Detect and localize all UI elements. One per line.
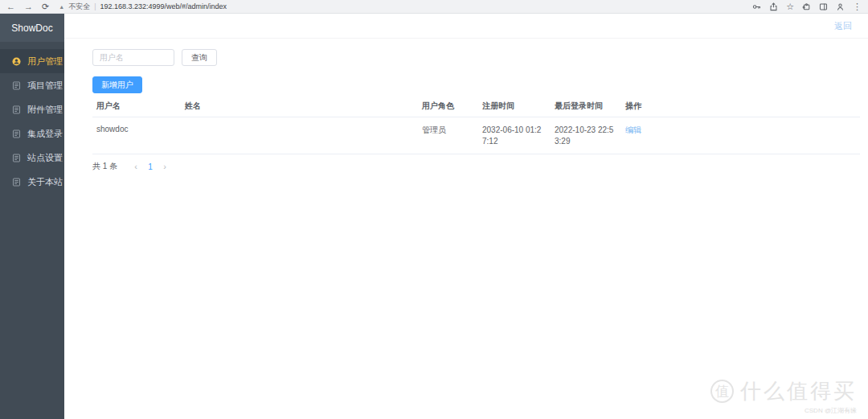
column-header-actions: 操作 — [621, 96, 860, 117]
main-area: 返回 查询 新增用户 用户名 姓名 用户角色 注册时间 最后登录时间 操作 sh… — [64, 14, 868, 419]
edit-link[interactable]: 编辑 — [625, 125, 641, 134]
address-bar[interactable]: ▲ 不安全 | 192.168.3.232:4999/web/#/admin/i… — [59, 2, 752, 12]
sidebar-item-label: 项目管理 — [27, 80, 63, 92]
share-icon[interactable] — [769, 2, 778, 11]
watermark-caption: CSDN @江湖有缘 — [710, 406, 857, 415]
app-window: ShowDoc 用户管理 项目管理 附件管理 — [0, 14, 868, 419]
reload-icon[interactable]: ⟳ — [42, 2, 49, 11]
back-link[interactable]: 返回 — [834, 20, 852, 32]
sidebar-item-project-management[interactable]: 项目管理 — [0, 73, 64, 97]
bookmark-star-icon[interactable]: ☆ — [786, 2, 794, 11]
security-label: 不安全 — [68, 2, 90, 12]
sidebar-item-user-management[interactable]: 用户管理 — [0, 49, 64, 73]
watermark-badge: 值 — [710, 380, 734, 403]
search-input[interactable] — [92, 49, 174, 66]
column-header-username: 用户名 — [92, 96, 181, 117]
pagination: 共 1 条 ‹ 1 › — [92, 161, 860, 172]
sidebar-item-about-site[interactable]: 关于本站 — [0, 170, 64, 194]
sidebar-item-label: 站点设置 — [27, 152, 63, 164]
pagination-prev-icon[interactable]: ‹ — [129, 162, 143, 171]
forward-icon[interactable]: → — [24, 2, 33, 11]
cell-last-login: 2022-10-23 22:53:29 — [551, 117, 621, 154]
cell-name — [181, 117, 418, 132]
cell-role: 管理员 — [418, 117, 478, 143]
column-header-last-login: 最后登录时间 — [551, 96, 621, 117]
key-icon[interactable] — [752, 2, 761, 11]
table-row: showdoc 管理员 2032-06-10 01:27:12 2022-10-… — [92, 117, 860, 154]
sidebar-item-label: 附件管理 — [27, 104, 63, 116]
search-button[interactable]: 查询 — [182, 49, 217, 66]
watermark-text: 什么值得买 — [740, 377, 857, 405]
document-icon — [12, 178, 21, 187]
search-row: 查询 — [92, 49, 860, 66]
table-header-row: 用户名 姓名 用户角色 注册时间 最后登录时间 操作 — [92, 96, 860, 117]
document-icon — [12, 81, 21, 90]
sidebar-item-integrated-login[interactable]: 集成登录 — [0, 121, 64, 146]
sidebar-item-site-settings[interactable]: 站点设置 — [0, 146, 64, 170]
sidebar-item-label: 集成登录 — [27, 128, 63, 140]
pagination-page[interactable]: 1 — [143, 162, 158, 171]
url-text[interactable]: 192.168.3.232:4999/web/#/admin/index — [100, 2, 227, 10]
watermark: 值 什么值得买 CSDN @江湖有缘 — [710, 377, 857, 415]
add-user-button[interactable]: 新增用户 — [92, 76, 142, 93]
document-icon — [12, 129, 21, 138]
sidebar-menu: 用户管理 项目管理 附件管理 集成登录 — [0, 42, 64, 194]
menu-dots-icon[interactable]: ⋮ — [853, 2, 862, 11]
side-panel-icon[interactable] — [819, 2, 828, 11]
extensions-icon[interactable] — [802, 2, 811, 11]
sidebar: ShowDoc 用户管理 项目管理 附件管理 — [0, 14, 64, 419]
sidebar-item-label: 关于本站 — [27, 176, 63, 188]
main-header: 返回 — [64, 14, 868, 39]
column-header-registered: 注册时间 — [478, 96, 551, 117]
sidebar-item-label: 用户管理 — [27, 55, 63, 68]
cell-username: showdoc — [92, 117, 181, 141]
content: 查询 新增用户 用户名 姓名 用户角色 注册时间 最后登录时间 操作 showd… — [64, 39, 868, 172]
back-icon[interactable]: ← — [6, 2, 15, 11]
cell-registered: 2032-06-10 01:27:12 — [478, 117, 551, 154]
security-warning-icon[interactable]: ▲ — [59, 4, 64, 10]
users-table: 用户名 姓名 用户角色 注册时间 最后登录时间 操作 showdoc 管理员 2… — [92, 96, 860, 154]
sidebar-item-attachment-management[interactable]: 附件管理 — [0, 97, 64, 121]
pagination-next-icon[interactable]: › — [158, 162, 172, 171]
document-icon — [12, 154, 21, 162]
profile-icon[interactable] — [836, 2, 845, 11]
app-logo: ShowDoc — [0, 14, 64, 42]
address-separator: | — [94, 2, 96, 10]
document-icon — [12, 105, 21, 114]
user-circle-icon — [12, 57, 21, 66]
column-header-name: 姓名 — [181, 96, 418, 117]
browser-toolbar: ← → ⟳ ▲ 不安全 | 192.168.3.232:4999/web/#/a… — [0, 0, 868, 14]
pagination-total: 共 1 条 — [92, 161, 117, 172]
column-header-role: 用户角色 — [418, 96, 478, 117]
